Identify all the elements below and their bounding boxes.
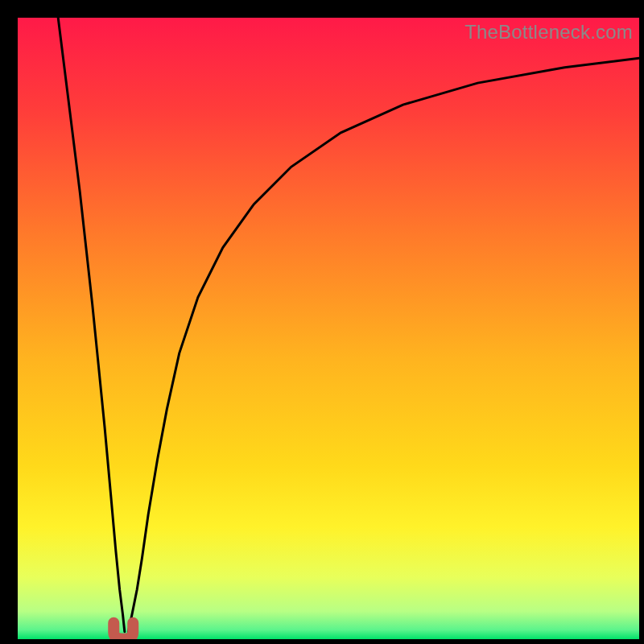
gradient-background <box>18 18 639 639</box>
watermark-label: TheBottleneck.com <box>464 21 633 43</box>
bottleneck-chart <box>18 18 639 639</box>
chart-frame: TheBottleneck.com <box>18 18 639 639</box>
